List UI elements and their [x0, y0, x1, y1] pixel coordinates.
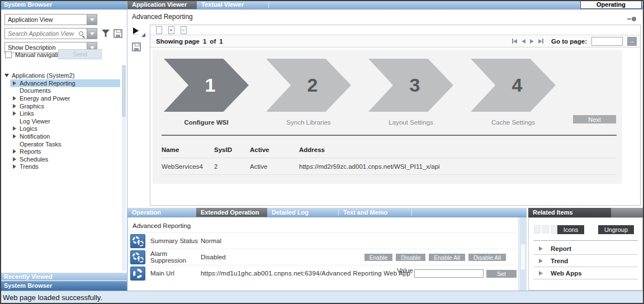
tab-extended-operation[interactable]: Extended Operation: [196, 208, 267, 217]
system-browser-bar[interactable]: System Browser: [0, 281, 127, 291]
tree-scrollbar[interactable]: [122, 65, 126, 270]
property-row-main-url: Main Url https://md1u1ghc.ab001.cnpns.ne…: [130, 265, 516, 281]
tree-item-energy-and-power[interactable]: Energy and Power: [10, 94, 120, 102]
filter-icon[interactable]: [102, 30, 110, 37]
gears-icon: [130, 234, 145, 248]
system-browser-panel: System Browser Application View Show Des…: [0, 0, 127, 291]
tab-textual-viewer[interactable]: Textual Viewer: [197, 0, 268, 9]
tree-item-log-viewer[interactable]: Log Viewer: [10, 117, 120, 125]
tree-item-documents[interactable]: Documents: [10, 87, 120, 95]
tab-detailed-log[interactable]: Detailed Log: [267, 208, 338, 217]
pin-icon[interactable]: [627, 17, 636, 21]
tree-item-label: Advanced Reporting: [20, 80, 75, 87]
view-selector-dropdown[interactable]: Application View: [4, 14, 97, 25]
step-label: Layout Settings: [368, 119, 453, 126]
view-mode-icons: [534, 225, 557, 234]
step-number: 4: [512, 74, 523, 96]
tree-item-operator-tasks[interactable]: Operator Tasks: [10, 140, 120, 148]
cell-active: Active: [250, 163, 299, 170]
disable-button[interactable]: Disable: [396, 254, 425, 261]
run-report-button[interactable]: ...: [132, 27, 145, 37]
chevron-down-icon: [90, 18, 94, 21]
ungroup-button[interactable]: Ungroup: [598, 225, 634, 234]
tree-item-trends[interactable]: Trends: [10, 163, 120, 171]
status-bar: Web page loaded successfully.: [0, 291, 644, 304]
tree-item-schedules[interactable]: Schedules: [10, 155, 120, 163]
save-search-icon[interactable]: [113, 29, 122, 38]
triangle-left-icon: [522, 39, 525, 44]
related-items-header: Related Items: [528, 208, 643, 217]
chevron-shape: 3: [368, 59, 453, 112]
set-button[interactable]: Set: [486, 270, 517, 278]
property-label: Summary Status: [150, 238, 201, 244]
bar: [542, 39, 543, 44]
tab-operation[interactable]: Operation: [127, 208, 196, 217]
tree-item-links[interactable]: Links: [10, 110, 120, 117]
tree-scrollbar-thumb[interactable]: [122, 65, 126, 117]
icons-button[interactable]: Icons: [557, 225, 584, 234]
document-icon[interactable]: [156, 26, 162, 34]
property-label: Main Url: [150, 270, 201, 277]
ghost-icon[interactable]: [542, 225, 549, 234]
tree-item-reports[interactable]: Reports: [10, 148, 120, 155]
related-item-report[interactable]: Report: [533, 243, 638, 255]
search-input[interactable]: [5, 28, 79, 39]
col-header-address: Address: [299, 146, 617, 153]
operating-button[interactable]: Operating: [580, 1, 642, 9]
wizard-step-configure-wsi[interactable]: 1 Configure WSI: [164, 59, 266, 126]
gear-icon: [130, 267, 145, 281]
tree-item-label: Trends: [20, 163, 39, 170]
enable-all-button[interactable]: Enable All: [429, 254, 465, 261]
step-label: Cache Settings: [471, 119, 556, 126]
recently-viewed-bar[interactable]: Recently Viewed: [0, 272, 127, 281]
tab-application-viewer[interactable]: Application Viewer: [127, 0, 197, 9]
document-play-icon[interactable]: ▸: [168, 26, 174, 34]
related-item-label: Report: [551, 245, 571, 252]
next-page-button[interactable]: [530, 39, 534, 44]
property-value: https://md1u1ghc.ab001.cnpns.net:6394/Ad…: [201, 270, 410, 277]
go-to-page-input[interactable]: [591, 37, 623, 46]
ghost-icon[interactable]: [534, 225, 541, 234]
manual-navigation-label: Manual navigation: [15, 51, 65, 58]
go-to-page-button[interactable]: →: [627, 37, 637, 46]
disable-all-button[interactable]: Disable All: [468, 254, 506, 261]
ghost-icon[interactable]: [551, 225, 557, 234]
related-items-title[interactable]: Related Items: [528, 208, 611, 217]
search-dropdown-arrow-button[interactable]: [87, 28, 97, 39]
operation-scrollbar-thumb[interactable]: [520, 244, 525, 270]
chevron-shape: 4: [471, 59, 556, 112]
tab-text-and-memo[interactable]: Text and Memo: [339, 208, 411, 217]
application-tree: Applications (System2) Advanced Reportin…: [0, 71, 120, 170]
operation-panel: Operation Extended Operation Detailed Lo…: [127, 208, 527, 292]
tree-item-logics[interactable]: Logics: [10, 125, 120, 133]
tree-item-label: Documents: [20, 87, 51, 94]
pin-head: [632, 17, 636, 21]
last-page-button[interactable]: [538, 39, 543, 44]
next-button[interactable]: Next: [573, 115, 616, 124]
view-selector-arrow-button[interactable]: [87, 15, 97, 25]
related-item-trend[interactable]: Trend: [533, 255, 638, 267]
tree-item-notification[interactable]: Notification: [10, 132, 120, 140]
document-export-icon[interactable]: ▹: [181, 26, 187, 34]
tree-item-advanced-reporting[interactable]: Advanced Reporting: [10, 79, 120, 87]
wizard-step-cache-settings[interactable]: 4 Cache Settings: [471, 59, 573, 126]
enable-button[interactable]: Enable: [364, 254, 393, 261]
showing-label: Showing page: [156, 38, 200, 45]
tree-root-applications[interactable]: Applications (System2): [0, 71, 120, 79]
step-number: 2: [307, 74, 318, 96]
wizard-step-synch-libraries[interactable]: 2 Synch Libraries: [266, 59, 368, 126]
value-input[interactable]: [414, 269, 484, 278]
first-page-button[interactable]: [512, 39, 517, 44]
wizard-step-layout-settings[interactable]: 3 Layout Settings: [368, 59, 471, 126]
wsi-table: Name SysID Active Address WebServices4 2…: [162, 141, 617, 175]
table-header-row: Name SysID Active Address: [162, 141, 617, 158]
save-report-icon[interactable]: [132, 42, 141, 51]
manual-navigation-checkbox[interactable]: [5, 51, 12, 58]
previous-page-button[interactable]: [522, 39, 525, 44]
send-button[interactable]: Send: [58, 49, 102, 59]
related-item-web-apps[interactable]: Web Apps: [533, 267, 638, 279]
tree-item-graphics[interactable]: Graphics: [10, 102, 120, 110]
operation-content: Advanced Reporting Summary Status Normal…: [127, 217, 519, 292]
of-label: of: [210, 38, 216, 45]
operation-scrollbar[interactable]: [519, 217, 527, 292]
